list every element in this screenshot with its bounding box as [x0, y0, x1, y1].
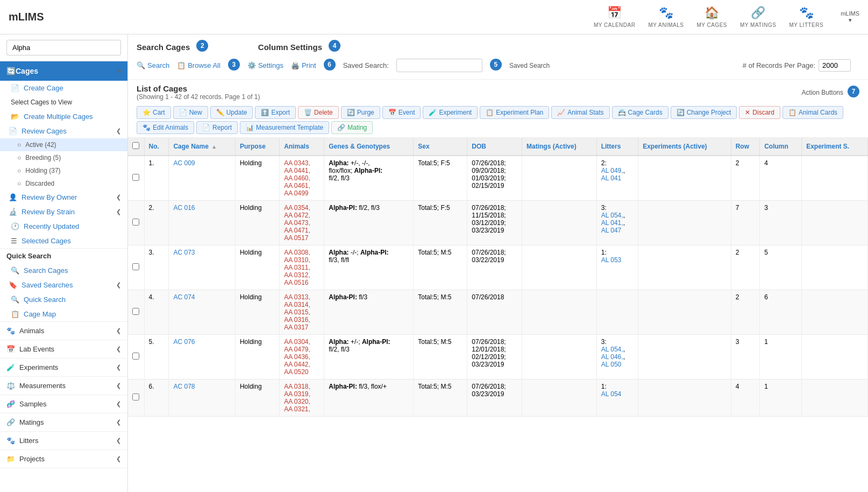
nav-cages[interactable]: 🏠 MY CAGES — [696, 6, 727, 28]
animal-link[interactable]: AA 0436, — [284, 353, 310, 361]
change-project-button[interactable]: 🔄 Change Project — [671, 106, 737, 119]
nav-litters[interactable]: 🐾 MY LITTERS — [789, 6, 823, 28]
cell-cage-name[interactable]: AC 016 — [169, 201, 235, 245]
litter-link[interactable]: AL 049, — [601, 167, 623, 174]
sidebar-sub-breeding[interactable]: ○ Breeding (5) — [0, 151, 127, 164]
sidebar-item-selected-cages[interactable]: ☰ Selected Cages — [0, 234, 127, 248]
animal-link[interactable]: AA 0316, — [284, 316, 310, 324]
cage-name-link[interactable]: AC 073 — [173, 249, 195, 256]
sidebar-sub-discarded[interactable]: ○ Discarded — [0, 177, 127, 190]
sidebar-item-cage-map[interactable]: 📋 Cage Map — [0, 307, 127, 321]
nav-calendar[interactable]: 📅 MY CALENDAR — [594, 6, 636, 28]
mating-button[interactable]: 🔗 Mating — [331, 121, 373, 134]
sidebar-search-input[interactable] — [6, 40, 121, 55]
purge-button[interactable]: 🔄 Purge — [341, 106, 380, 119]
litter-link[interactable]: AL 041 — [601, 174, 622, 182]
animal-link[interactable]: AA 0343, — [284, 159, 310, 167]
animal-link[interactable]: AA 0517 — [284, 234, 308, 242]
animal-link[interactable]: AA 0499 — [284, 189, 308, 197]
delete-button[interactable]: 🗑️ Delete — [298, 106, 339, 119]
sidebar-section-projects[interactable]: 📁 Projects ❮ — [0, 450, 127, 468]
animal-link[interactable]: AA 0473, — [284, 219, 310, 227]
cage-name-link[interactable]: AC 009 — [173, 159, 195, 167]
litter-link[interactable]: AL 054, — [601, 212, 623, 219]
animal-link[interactable]: AA 0516 — [284, 279, 308, 286]
sidebar-item-saved-searches[interactable]: 🔖 Saved Searches ❮ — [0, 278, 127, 292]
sidebar-sub-active[interactable]: ○ Active (42) — [0, 138, 127, 151]
animal-link[interactable]: AA 0313, — [284, 293, 310, 301]
cage-name-link[interactable]: AC 076 — [173, 338, 195, 346]
edit-animals-button[interactable]: 🐾 Edit Animals — [137, 121, 194, 134]
measurement-template-button[interactable]: 📊 Measurement Template — [240, 121, 329, 134]
cage-name-link[interactable]: AC 016 — [173, 204, 195, 212]
animal-link[interactable]: AA 0441, — [284, 167, 310, 174]
sidebar-item-review-cages[interactable]: 📄 Review Cages ❮ — [0, 124, 127, 138]
nav-animals[interactable]: 🐾 MY ANIMALS — [648, 6, 684, 28]
discard-button[interactable]: ✕ Discard — [739, 106, 780, 119]
sidebar-section-measurements[interactable]: ⚖️ Measurements ❮ — [0, 377, 127, 395]
nav-matings[interactable]: 🔗 MY MATINGS — [740, 6, 776, 28]
sidebar-search-box[interactable] — [0, 34, 127, 61]
cell-cage-name[interactable]: AC 078 — [169, 379, 235, 417]
sidebar-item-search-cages[interactable]: 🔍 Search Cages — [0, 263, 127, 278]
animal-stats-button[interactable]: 📈 Animal Stats — [551, 106, 609, 119]
sidebar-sub-holding[interactable]: ○ Holding (37) — [0, 164, 127, 177]
sidebar-item-create-multiple[interactable]: 📂 Create Multiple Cages — [0, 109, 127, 124]
litter-link[interactable]: AL 041, — [601, 219, 623, 227]
row-checkbox-5[interactable] — [132, 393, 139, 400]
animal-link[interactable]: AA 0354, — [284, 204, 310, 212]
animal-link[interactable]: AA 0308, — [284, 249, 310, 256]
sidebar-section-animals[interactable]: 🐾 Animals ❮ — [0, 322, 127, 340]
animal-link[interactable]: AA 0460, — [284, 174, 310, 182]
update-button[interactable]: ✏️ Update — [210, 106, 253, 119]
search-link[interactable]: 🔍 Search — [137, 61, 169, 69]
print-link[interactable]: 🖨️ Print — [291, 61, 316, 69]
sidebar-section-matings[interactable]: 🔗 Matings ❮ — [0, 413, 127, 432]
report-button[interactable]: 📄 Report — [196, 121, 238, 134]
cell-cage-name[interactable]: AC 073 — [169, 245, 235, 290]
sidebar-section-lab-events[interactable]: 📅 Lab Events ❮ — [0, 340, 127, 359]
event-button[interactable]: 📅 Event — [382, 106, 421, 119]
sidebar-item-quick-search[interactable]: 🔍 Quick Search — [0, 292, 127, 307]
animal-link[interactable]: AA 0310, — [284, 256, 310, 264]
sidebar-item-review-by-owner[interactable]: 👤 Review By Owner ❮ — [0, 190, 127, 205]
row-checkbox-2[interactable] — [132, 263, 139, 270]
sidebar-item-create-cage[interactable]: 📄 Create Cage — [0, 81, 127, 95]
cell-cage-name[interactable]: AC 076 — [169, 335, 235, 379]
animal-link[interactable]: AA 0312, — [284, 271, 310, 279]
animal-link[interactable]: AA 0321, — [284, 405, 310, 413]
sidebar-section-litters[interactable]: 🐾 Litters ❮ — [0, 432, 127, 450]
browse-all-link[interactable]: 📋 Browse All — [177, 61, 220, 69]
experiment-button[interactable]: 🧪 Experiment — [423, 106, 478, 119]
select-all-checkbox[interactable] — [132, 142, 139, 149]
sidebar-item-review-by-strain[interactable]: 🔬 Review By Strain ❮ — [0, 205, 127, 219]
cage-name-link[interactable]: AC 074 — [173, 293, 195, 301]
cages-section-header[interactable]: 🔄 Cages ▾ — [0, 61, 127, 81]
animal-link[interactable]: AA 0315, — [284, 308, 310, 316]
row-checkbox-1[interactable] — [132, 219, 139, 226]
animal-link[interactable]: AA 0320, — [284, 398, 310, 405]
cage-name-link[interactable]: AC 078 — [173, 383, 195, 390]
litter-link[interactable]: AL 054, — [601, 346, 623, 353]
records-per-page-input[interactable] — [819, 59, 851, 72]
animal-link[interactable]: AA 0520 — [284, 368, 308, 376]
settings-link[interactable]: ⚙️ Settings — [247, 61, 283, 69]
litter-link[interactable]: AL 053 — [601, 256, 622, 264]
animal-link[interactable]: AA 0304, — [284, 338, 310, 346]
experiment-plan-button[interactable]: 📋 Experiment Plan — [480, 106, 549, 119]
animal-link[interactable]: AA 0311, — [284, 264, 310, 271]
animal-link[interactable]: AA 0461, — [284, 182, 310, 189]
animal-link[interactable]: AA 0479, — [284, 346, 310, 353]
sidebar-item-recently-updated[interactable]: 🕐 Recently Updated — [0, 219, 127, 234]
litter-link[interactable]: AL 046, — [601, 353, 623, 361]
sidebar-section-experiments[interactable]: 🧪 Experiments ❮ — [0, 359, 127, 377]
sidebar-section-samples[interactable]: 🧬 Samples ❮ — [0, 395, 127, 413]
animal-link[interactable]: AA 0319, — [284, 390, 310, 398]
new-button[interactable]: 📄 New — [173, 106, 208, 119]
cage-cards-button[interactable]: 📇 Cage Cards — [612, 106, 668, 119]
row-checkbox-3[interactable] — [132, 308, 139, 315]
export-button[interactable]: ⬆️ Export — [255, 106, 296, 119]
saved-search-input[interactable] — [396, 59, 482, 72]
animal-link[interactable]: AA 0472, — [284, 212, 310, 219]
row-checkbox-0[interactable] — [132, 174, 139, 181]
